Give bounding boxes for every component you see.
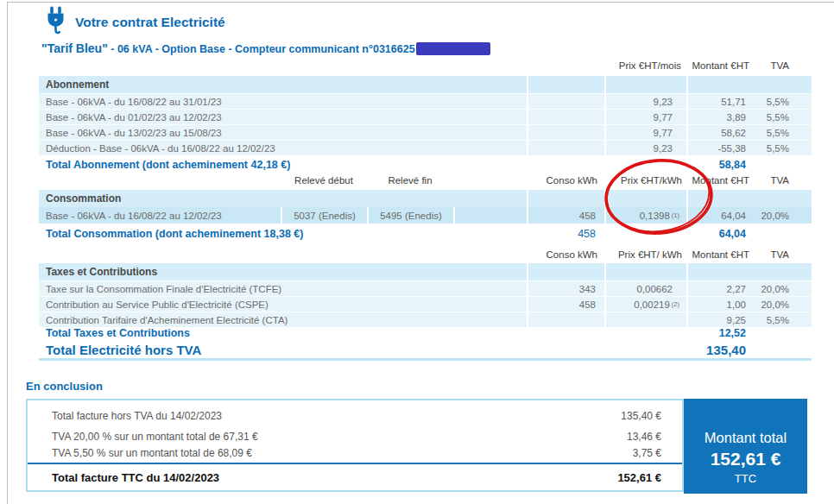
col-header-montant: Montant €HT [686,248,761,261]
tax-row: Contribution au Service Public d'Electri… [39,296,812,312]
col-header-montant: Montant €HT [686,173,761,186]
total-consommation-row: Total Consommation (dont acheminement 18… [39,226,812,241]
page-title: Votre contrat Electricité [75,15,225,30]
amount-box-ttc-label: TTC [735,472,756,485]
taxes-section-header: Taxes et Contributions [39,263,812,280]
page-frame-left [7,2,8,504]
grand-total-row: Total Electricité hors TVA 135,40 [39,341,812,358]
taxes-column-headers: Conso kWh Prix €HT/ kWh Montant €HT TVA [39,248,812,261]
abonnement-section: Abonnement Base - 06kVA - du 16/08/22 au… [39,76,812,155]
conclusion-row: Total facture hors TVA du 14/02/2023 135… [28,410,682,422]
col-header-tva: TVA [761,248,812,261]
col-header-tva: TVA [761,59,812,72]
consommation-row: Base - 06kVA - du 16/08/22 au 12/02/23 5… [39,207,812,224]
contract-header: Votre contrat Electricité [45,6,225,38]
total-amount-box: Montant total 152,61 € TTC [684,399,807,494]
conclusion-divider [28,463,682,464]
conclusion-row: TVA 5,50 % sur un montant total de 68,09… [28,447,682,459]
conclusion-box: Total facture hors TVA du 14/02/2023 135… [26,399,684,492]
abonnement-section-header: Abonnement [39,76,812,93]
contract-details: - 06 kVA - Option Base - Compteur commun… [108,43,415,55]
tax-row: Contribution Tarifaire d'Acheminement El… [39,312,812,327]
tariff-name: "Tarif Bleu" [41,41,108,55]
conclusion-row: TVA 20,00 % sur un montant total de 67,3… [28,431,682,443]
section-title: Consommation [39,190,527,207]
total-taxes-row: Total Taxes et Contributions 12,52 [39,326,812,340]
total-abonnement-row: Total Abonnement (dont acheminement 42,1… [39,157,812,172]
amount-box-caption: Montant total [704,430,787,446]
abonnement-row: Base - 06kVA - du 13/02/23 au 15/08/23 9… [39,124,812,140]
electricity-bill-page: Votre contrat Electricité "Tarif Bleu" -… [0,0,834,504]
unit-price-value: 0,1398(1) [604,207,686,224]
redacted-meter-number [416,42,490,55]
amount-box-value: 152,61 € [711,449,781,469]
col-header-releve-fin: Relevé fin [367,173,453,186]
section-divider [39,358,812,361]
section-title: Taxes et Contributions [39,263,527,280]
conclusion-heading: En conclusion [26,380,103,393]
page-frame-top [7,2,834,3]
col-header-prix-mois: Prix €HT/mois [604,59,686,72]
col-header-prix-kwh: Prix €HT/ kWh [604,248,686,261]
col-header-releve-debut: Relevé début [281,173,367,186]
abonnement-row: Déduction - Base - 06kVA - du 16/08/22 a… [39,140,812,155]
contract-subtitle: "Tarif Bleu" - 06 kVA - Option Base - Co… [41,41,490,56]
consommation-column-headers: Relevé début Relevé fin Conso kWh Prix €… [39,173,812,186]
abonnement-row: Base - 06kVA - du 01/02/23 au 12/02/23 9… [39,109,812,124]
col-header-conso: Conso kWh [527,248,604,261]
tax-row: Taxe sur la Consommation Finale d'Electr… [39,280,812,296]
col-header-montant: Montant €HT [686,59,761,72]
abonnement-row: Base - 06kVA - du 16/08/22 au 31/01/23 9… [39,93,812,109]
col-header-prix-kwh: Prix €HT/kWh [604,173,686,186]
consommation-section: Consommation Base - 06kVA - du 16/08/22 … [39,190,812,224]
col-header-tva: TVA [761,173,812,186]
section-title: Abonnement [39,76,527,93]
unit-price-value: 0,00219(2) [604,297,686,312]
consommation-section-header: Consommation [39,190,812,207]
abonnement-column-headers: Prix €HT/mois Montant €HT TVA [39,59,812,72]
taxes-section: Taxes et Contributions Taxe sur la Conso… [39,263,812,327]
electric-plug-icon [45,6,66,38]
col-header-conso: Conso kWh [527,173,604,186]
total-ttc-row: Total facture TTC du 14/02/2023 152,61 € [28,471,682,484]
